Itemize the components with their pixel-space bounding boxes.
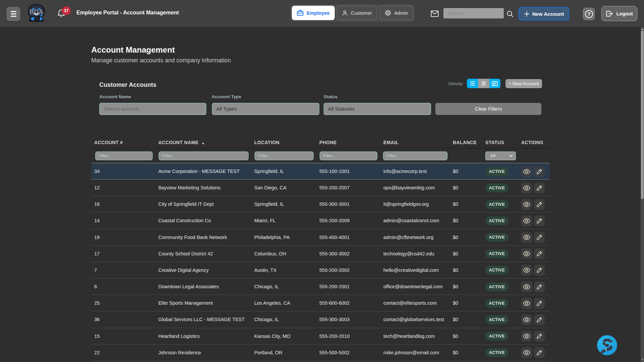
svg-text:?: ? — [587, 11, 590, 17]
svg-text:BOA: BOA — [30, 8, 43, 15]
